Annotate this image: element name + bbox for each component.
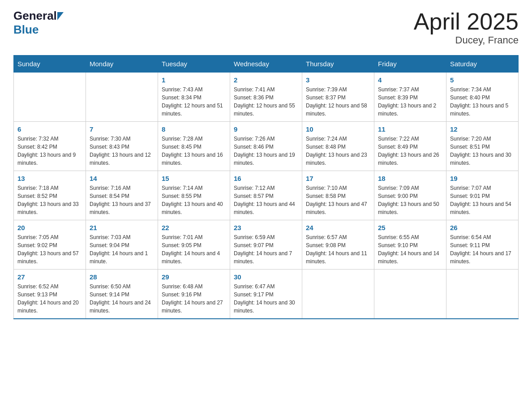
- calendar-day-cell: 15Sunrise: 7:14 AMSunset: 8:55 PMDayligh…: [158, 171, 230, 220]
- calendar-week-row: 27Sunrise: 6:52 AMSunset: 9:13 PMDayligh…: [14, 270, 519, 319]
- day-info: Sunrise: 7:03 AMSunset: 9:04 PMDaylight:…: [90, 233, 154, 265]
- day-info: Sunrise: 7:22 AMSunset: 8:49 PMDaylight:…: [378, 135, 442, 167]
- day-number: 1: [162, 76, 226, 84]
- day-number: 26: [450, 224, 515, 231]
- day-of-week-header: Monday: [86, 56, 158, 73]
- calendar-day-cell: 18Sunrise: 7:09 AMSunset: 9:00 PMDayligh…: [374, 171, 446, 220]
- day-info: Sunrise: 7:18 AMSunset: 8:52 PMDaylight:…: [17, 184, 82, 216]
- day-of-week-header: Tuesday: [158, 56, 230, 73]
- calendar-day-cell: 6Sunrise: 7:32 AMSunset: 8:42 PMDaylight…: [14, 122, 86, 171]
- page-header: General Blue April 2025 Ducey, France: [13, 9, 519, 46]
- calendar-day-cell: 5Sunrise: 7:34 AMSunset: 8:40 PMDaylight…: [446, 73, 519, 122]
- logo-triangle-icon: [57, 12, 64, 20]
- day-info: Sunrise: 7:05 AMSunset: 9:02 PMDaylight:…: [17, 233, 82, 265]
- day-number: 19: [450, 175, 515, 182]
- calendar-day-cell: 29Sunrise: 6:48 AMSunset: 9:16 PMDayligh…: [158, 270, 230, 319]
- day-number: 13: [17, 175, 82, 182]
- day-info: Sunrise: 6:48 AMSunset: 9:16 PMDaylight:…: [162, 283, 226, 315]
- calendar-week-row: 13Sunrise: 7:18 AMSunset: 8:52 PMDayligh…: [14, 171, 519, 220]
- day-of-week-header: Thursday: [302, 56, 374, 73]
- title-block: April 2025 Ducey, France: [414, 9, 519, 46]
- calendar-day-cell: 9Sunrise: 7:26 AMSunset: 8:46 PMDaylight…: [230, 122, 302, 171]
- day-info: Sunrise: 7:20 AMSunset: 8:51 PMDaylight:…: [450, 135, 515, 167]
- day-info: Sunrise: 6:47 AMSunset: 9:17 PMDaylight:…: [234, 283, 298, 315]
- calendar-day-cell: [302, 270, 374, 319]
- day-number: 21: [90, 224, 154, 231]
- day-info: Sunrise: 7:39 AMSunset: 8:37 PMDaylight:…: [306, 86, 370, 118]
- calendar-day-cell: 10Sunrise: 7:24 AMSunset: 8:48 PMDayligh…: [302, 122, 374, 171]
- day-of-week-header: Sunday: [14, 56, 86, 73]
- calendar-day-cell: 8Sunrise: 7:28 AMSunset: 8:45 PMDaylight…: [158, 122, 230, 171]
- day-number: 25: [378, 224, 442, 231]
- day-number: 5: [450, 76, 515, 84]
- day-info: Sunrise: 6:50 AMSunset: 9:14 PMDaylight:…: [90, 283, 154, 315]
- day-number: 28: [90, 273, 154, 281]
- day-of-week-header: Wednesday: [230, 56, 302, 73]
- day-info: Sunrise: 6:54 AMSunset: 9:11 PMDaylight:…: [450, 233, 515, 265]
- calendar-day-cell: 26Sunrise: 6:54 AMSunset: 9:11 PMDayligh…: [446, 220, 519, 270]
- day-number: 7: [90, 125, 154, 133]
- calendar-day-cell: 25Sunrise: 6:55 AMSunset: 9:10 PMDayligh…: [374, 220, 446, 270]
- day-number: 11: [378, 125, 442, 133]
- calendar-day-cell: 19Sunrise: 7:07 AMSunset: 9:01 PMDayligh…: [446, 171, 519, 220]
- calendar-day-cell: 1Sunrise: 7:43 AMSunset: 8:34 PMDaylight…: [158, 73, 230, 122]
- calendar-day-cell: 27Sunrise: 6:52 AMSunset: 9:13 PMDayligh…: [14, 270, 86, 319]
- calendar-day-cell: 22Sunrise: 7:01 AMSunset: 9:05 PMDayligh…: [158, 220, 230, 270]
- day-number: 14: [90, 175, 154, 182]
- day-info: Sunrise: 6:59 AMSunset: 9:07 PMDaylight:…: [234, 233, 298, 265]
- day-info: Sunrise: 7:43 AMSunset: 8:34 PMDaylight:…: [162, 86, 226, 118]
- day-number: 2: [234, 76, 298, 84]
- calendar-day-cell: 24Sunrise: 6:57 AMSunset: 9:08 PMDayligh…: [302, 220, 374, 270]
- calendar-table: SundayMondayTuesdayWednesdayThursdayFrid…: [13, 55, 519, 319]
- day-info: Sunrise: 7:34 AMSunset: 8:40 PMDaylight:…: [450, 86, 515, 118]
- calendar-day-cell: [446, 270, 519, 319]
- calendar-day-cell: 11Sunrise: 7:22 AMSunset: 8:49 PMDayligh…: [374, 122, 446, 171]
- day-of-week-header: Saturday: [446, 56, 519, 73]
- day-info: Sunrise: 6:52 AMSunset: 9:13 PMDaylight:…: [17, 283, 82, 315]
- calendar-subtitle: Ducey, France: [414, 34, 519, 46]
- day-info: Sunrise: 7:16 AMSunset: 8:54 PMDaylight:…: [90, 184, 154, 216]
- calendar-day-cell: 28Sunrise: 6:50 AMSunset: 9:14 PMDayligh…: [86, 270, 158, 319]
- calendar-title: April 2025: [414, 9, 519, 34]
- calendar-day-cell: 23Sunrise: 6:59 AMSunset: 9:07 PMDayligh…: [230, 220, 302, 270]
- calendar-day-cell: 7Sunrise: 7:30 AMSunset: 8:43 PMDaylight…: [86, 122, 158, 171]
- calendar-week-row: 6Sunrise: 7:32 AMSunset: 8:42 PMDaylight…: [14, 122, 519, 171]
- day-info: Sunrise: 7:12 AMSunset: 8:57 PMDaylight:…: [234, 184, 298, 216]
- day-info: Sunrise: 7:28 AMSunset: 8:45 PMDaylight:…: [162, 135, 226, 167]
- day-number: 20: [17, 224, 82, 231]
- day-info: Sunrise: 7:24 AMSunset: 8:48 PMDaylight:…: [306, 135, 370, 167]
- calendar-week-row: 20Sunrise: 7:05 AMSunset: 9:02 PMDayligh…: [14, 220, 519, 270]
- day-info: Sunrise: 7:10 AMSunset: 8:58 PMDaylight:…: [306, 184, 370, 216]
- day-number: 24: [306, 224, 370, 231]
- calendar-day-cell: [86, 73, 158, 122]
- day-number: 8: [162, 125, 226, 133]
- calendar-day-cell: [14, 73, 86, 122]
- day-info: Sunrise: 7:41 AMSunset: 8:36 PMDaylight:…: [234, 86, 298, 118]
- day-number: 9: [234, 125, 298, 133]
- day-number: 6: [17, 125, 82, 133]
- day-info: Sunrise: 6:55 AMSunset: 9:10 PMDaylight:…: [378, 233, 442, 265]
- calendar-day-cell: 14Sunrise: 7:16 AMSunset: 8:54 PMDayligh…: [86, 171, 158, 220]
- day-number: 3: [306, 76, 370, 84]
- day-info: Sunrise: 6:57 AMSunset: 9:08 PMDaylight:…: [306, 233, 370, 265]
- day-info: Sunrise: 7:30 AMSunset: 8:43 PMDaylight:…: [90, 135, 154, 167]
- day-info: Sunrise: 7:07 AMSunset: 9:01 PMDaylight:…: [450, 184, 515, 216]
- calendar-day-cell: 30Sunrise: 6:47 AMSunset: 9:17 PMDayligh…: [230, 270, 302, 319]
- calendar-day-cell: 13Sunrise: 7:18 AMSunset: 8:52 PMDayligh…: [14, 171, 86, 220]
- day-number: 22: [162, 224, 226, 231]
- day-number: 17: [306, 175, 370, 182]
- calendar-day-cell: 12Sunrise: 7:20 AMSunset: 8:51 PMDayligh…: [446, 122, 519, 171]
- day-of-week-header: Friday: [374, 56, 446, 73]
- calendar-day-cell: 2Sunrise: 7:41 AMSunset: 8:36 PMDaylight…: [230, 73, 302, 122]
- day-number: 23: [234, 224, 298, 231]
- day-number: 29: [162, 273, 226, 281]
- day-info: Sunrise: 7:32 AMSunset: 8:42 PMDaylight:…: [17, 135, 82, 167]
- calendar-day-cell: 20Sunrise: 7:05 AMSunset: 9:02 PMDayligh…: [14, 220, 86, 270]
- day-number: 12: [450, 125, 515, 133]
- day-number: 18: [378, 175, 442, 182]
- calendar-day-cell: 4Sunrise: 7:37 AMSunset: 8:39 PMDaylight…: [374, 73, 446, 122]
- logo-blue-text: Blue: [13, 23, 64, 37]
- calendar-day-cell: 3Sunrise: 7:39 AMSunset: 8:37 PMDaylight…: [302, 73, 374, 122]
- logo: General Blue: [13, 9, 64, 37]
- day-info: Sunrise: 7:26 AMSunset: 8:46 PMDaylight:…: [234, 135, 298, 167]
